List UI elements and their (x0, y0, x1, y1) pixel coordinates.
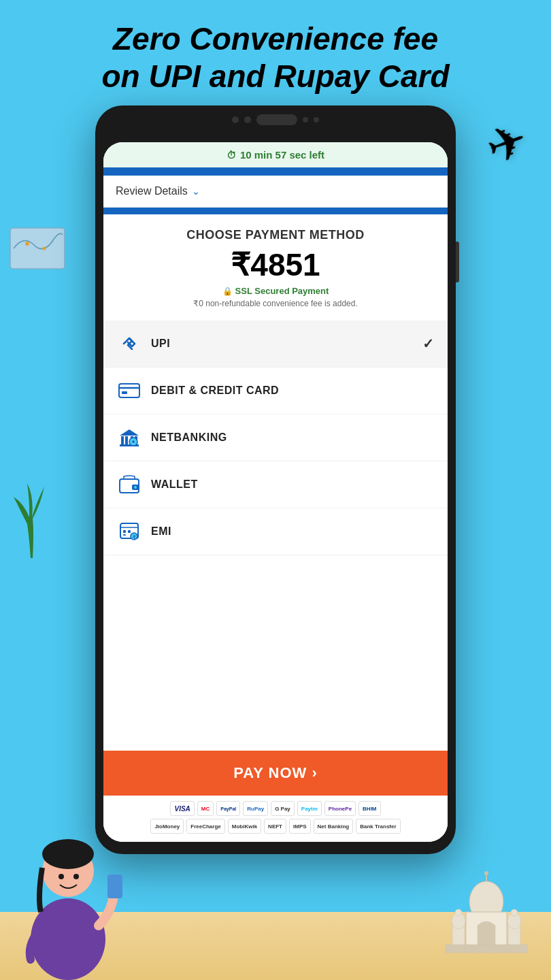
svg-point-1 (25, 242, 29, 246)
svg-point-17 (134, 486, 137, 489)
bank-icon (117, 425, 141, 450)
chevron-down-icon: ⌄ (192, 186, 200, 197)
camera-speaker (303, 117, 308, 122)
payment-method-netbanking[interactable]: NETBANKING (103, 414, 448, 461)
payment-methods-list: UPI ✓ DEBIT & CREDIT CARD (103, 321, 448, 751)
imps-logo: IMPS (289, 819, 311, 834)
svg-rect-39 (446, 945, 527, 953)
svg-rect-20 (123, 530, 126, 533)
payment-section: CHOOSE PAYMENT METHOD ₹4851 🔒 SSL Secure… (103, 214, 448, 842)
freecharge-logo: FreeCharge (186, 819, 224, 834)
svg-rect-3 (119, 384, 139, 397)
camera-dot (244, 116, 251, 123)
bank-transfer-logo: Bank Transfer (356, 819, 400, 834)
payment-logos-bar: VISA MC PayPal RuPay G Pay Paytm PhonePe… (103, 796, 448, 842)
phone-camera-area (207, 112, 344, 127)
blue-band-top (103, 167, 448, 176)
payment-amount: ₹4851 (114, 246, 437, 283)
mastercard-logo: MC (197, 801, 214, 816)
svg-rect-7 (125, 436, 128, 444)
pay-now-button[interactable]: PAY NOW › (103, 751, 448, 796)
paytm-logo: Paytm (297, 801, 322, 816)
paypal-logo: PayPal (216, 801, 240, 816)
phonepe-logo: PhonePe (324, 801, 356, 816)
netbanking-logo: Net Banking (314, 819, 354, 834)
airplane-decoration: ✈ (479, 110, 535, 176)
camera-speaker (314, 117, 319, 122)
svg-rect-28 (107, 875, 122, 898)
phone-frame: ⏱ 10 min 57 sec left Review Details ⌄ CH… (95, 105, 456, 854)
payment-method-card[interactable]: DEBIT & CREDIT CARD (103, 368, 448, 414)
page-title: Zero Convenience fee on UPI and Rupay Ca… (0, 0, 551, 109)
svg-rect-6 (121, 436, 124, 444)
camera-dot (232, 116, 239, 123)
phone-screen: ⏱ 10 min 57 sec left Review Details ⌄ CH… (103, 142, 448, 842)
svg-point-41 (511, 909, 518, 916)
lock-icon: 🔒 (222, 287, 233, 296)
bhim-logo: BHIM (358, 801, 380, 816)
timer-text: 10 min 57 sec left (240, 149, 324, 161)
gpay-logo: G Pay (271, 801, 295, 816)
ssl-label: SSL Secured Payment (235, 286, 329, 296)
rupay-logo: RuPay (243, 801, 268, 816)
svg-point-29 (59, 874, 64, 879)
wallet-label: WALLET (151, 478, 198, 491)
upi-icon (117, 331, 141, 356)
svg-rect-22 (123, 534, 126, 536)
logos-row-2: JioMoney FreeCharge MobiKwik NEFT IMPS N… (107, 819, 444, 834)
visa-logo: VISA (170, 801, 194, 816)
timer-bar: ⏱ 10 min 57 sec left (103, 142, 448, 167)
review-details-label: Review Details (116, 185, 188, 197)
card-label: DEBIT & CREDIT CARD (151, 385, 279, 397)
svg-point-2 (43, 247, 46, 250)
wallet-icon (117, 472, 141, 497)
payment-method-title: CHOOSE PAYMENT METHOD (114, 228, 437, 242)
payment-method-wallet[interactable]: WALLET (103, 461, 448, 508)
svg-marker-10 (120, 429, 139, 436)
neft-logo: NEFT (264, 819, 286, 834)
blue-band-middle (103, 208, 448, 214)
selected-checkmark: ✓ (422, 336, 434, 352)
jiomoney-logo: JioMoney (150, 819, 184, 834)
side-button (456, 242, 459, 282)
map-decoration (7, 225, 68, 272)
svg-point-27 (42, 839, 94, 869)
card-icon (117, 378, 141, 403)
convenience-fee-text: ₹0 non-refundable convenience fee is add… (114, 299, 437, 308)
review-details-row[interactable]: Review Details ⌄ (103, 176, 448, 208)
svg-rect-5 (122, 391, 127, 394)
netbanking-label: NETBANKING (151, 431, 227, 444)
timer-icon: ⏱ (227, 150, 236, 161)
taj-mahal-decoration (442, 864, 531, 966)
emi-icon: ₹ (117, 519, 141, 544)
upi-label: UPI (151, 338, 170, 350)
svg-rect-0 (10, 228, 65, 269)
mobikwik-logo: MobiKwik (228, 819, 261, 834)
payment-method-upi[interactable]: UPI ✓ (103, 321, 448, 368)
payment-method-emi[interactable]: ₹ EMI (103, 508, 448, 555)
person-decoration (14, 803, 129, 980)
svg-point-30 (73, 874, 79, 879)
palm-decoration (10, 476, 51, 558)
logos-row-1: VISA MC PayPal RuPay G Pay Paytm PhonePe… (107, 801, 444, 816)
svg-rect-21 (128, 530, 131, 533)
emi-label: EMI (151, 525, 171, 538)
camera-notch (256, 114, 297, 125)
svg-point-33 (484, 871, 488, 875)
ssl-badge: 🔒 SSL Secured Payment (114, 286, 437, 296)
svg-point-40 (455, 909, 462, 916)
payment-header: CHOOSE PAYMENT METHOD ₹4851 🔒 SSL Secure… (103, 214, 448, 321)
